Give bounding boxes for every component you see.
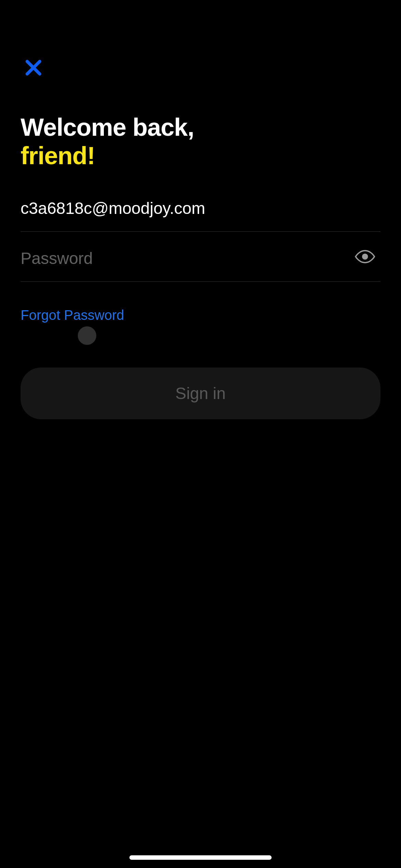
toggle-password-visibility-button[interactable] — [353, 247, 377, 267]
home-indicator[interactable] — [130, 855, 272, 860]
password-input-group — [21, 249, 380, 282]
email-input-group — [21, 199, 380, 232]
close-button[interactable] — [21, 55, 46, 82]
signin-form: Forgot Password Sign in — [21, 199, 380, 419]
close-icon — [24, 73, 43, 78]
password-field[interactable] — [21, 249, 380, 268]
eye-icon — [355, 260, 375, 265]
forgot-password-link[interactable]: Forgot Password — [21, 308, 124, 323]
header-title-line1: Welcome back, — [21, 113, 380, 142]
svg-point-2 — [362, 254, 368, 260]
header-title-line2: friend! — [21, 142, 380, 170]
email-field[interactable] — [21, 199, 380, 218]
signin-button[interactable]: Sign in — [21, 367, 380, 419]
welcome-header: Welcome back, friend! — [21, 113, 380, 170]
